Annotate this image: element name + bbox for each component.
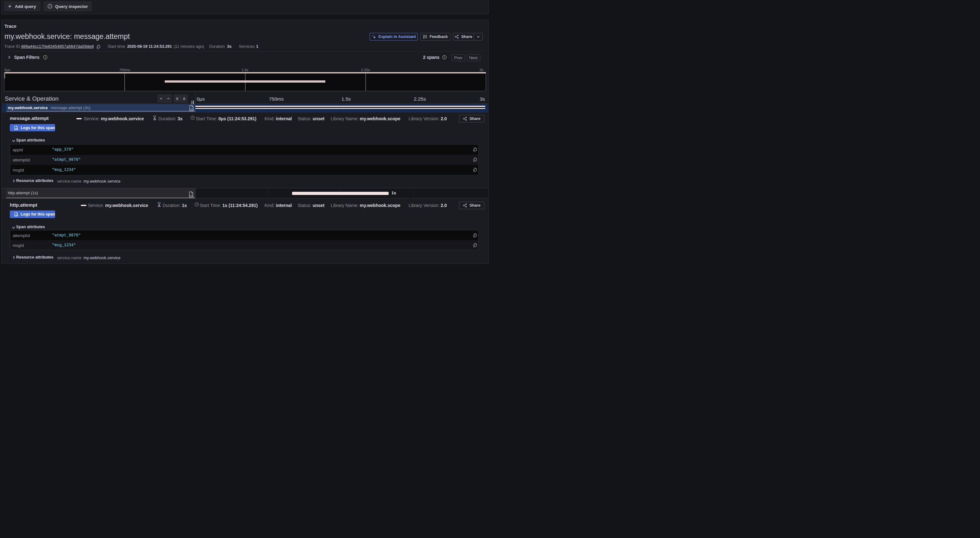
svg-text:LOG: LOG (14, 127, 18, 129)
svg-text:LOG: LOG (14, 214, 18, 216)
svg-text:LOG: LOG (189, 195, 193, 197)
svg-text:LOG: LOG (189, 108, 194, 110)
